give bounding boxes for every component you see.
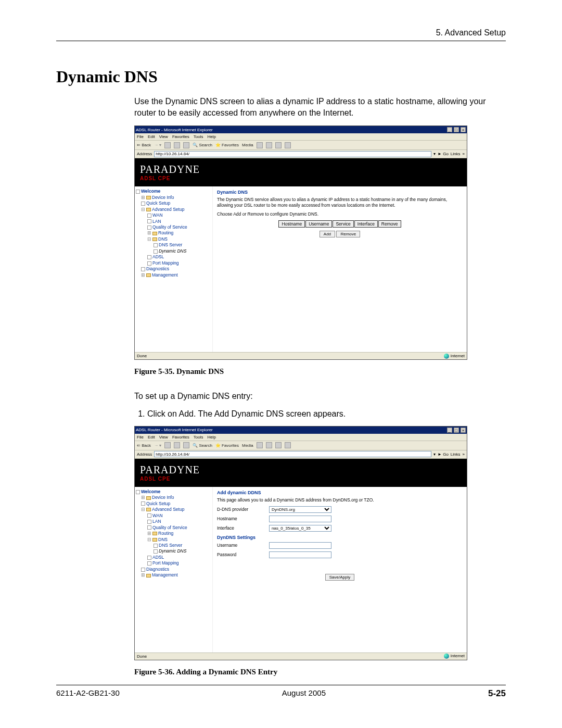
nav-quick-setup[interactable]: Quick Setup [136, 200, 211, 206]
favorites-button[interactable]: ⭐ Favorites [215, 443, 239, 448]
search-button[interactable]: 🔍 Search [193, 143, 212, 147]
nav-dns-server[interactable]: DNS Server [136, 543, 211, 548]
edit-icon[interactable] [285, 142, 291, 148]
nav-lan[interactable]: LAN [136, 219, 211, 224]
globe-icon [444, 654, 449, 659]
add-button[interactable]: Add [320, 231, 335, 237]
address-input[interactable] [154, 451, 431, 457]
nav-management[interactable]: ⊞Management [136, 272, 211, 278]
close-icon[interactable]: × [461, 127, 466, 132]
remove-button[interactable]: Remove [336, 231, 360, 237]
content-heading: Dynamic DNS [217, 190, 463, 195]
nav-dns-server[interactable]: DNS Server [136, 242, 211, 248]
intro-paragraph: Use the Dynamic DNS screen to alias a dy… [134, 96, 506, 118]
menu-tools[interactable]: Tools [194, 134, 203, 139]
menu-file[interactable]: File [137, 435, 144, 440]
nav-welcome[interactable]: Welcome [136, 189, 211, 194]
menu-favorites[interactable]: Favorites [172, 435, 189, 440]
content-desc-1: This page allows you to add a Dynamic DN… [217, 497, 463, 503]
username-input[interactable] [269, 542, 331, 549]
stop-icon[interactable] [164, 442, 171, 448]
password-input[interactable] [269, 551, 331, 558]
nav-port-mapping[interactable]: Port Mapping [136, 560, 211, 566]
nav-diagnostics[interactable]: Diagnostics [136, 567, 211, 572]
media-button[interactable]: Media [242, 443, 253, 448]
menu-edit[interactable]: Edit [148, 134, 155, 139]
minimize-icon[interactable]: _ [447, 127, 452, 132]
nav-advanced-setup[interactable]: ⊟Advanced Setup [136, 207, 211, 212]
page-number: 5-25 [488, 688, 506, 699]
history-icon[interactable] [257, 442, 263, 448]
nav-dynamic-dns[interactable]: Dynamic DNS [136, 248, 211, 254]
links-chevron-icon[interactable]: » [463, 452, 465, 457]
nav-wan[interactable]: WAN [136, 513, 211, 519]
nav-quick-setup[interactable]: Quick Setup [136, 501, 211, 507]
favorites-button[interactable]: ⭐ Favorites [215, 143, 239, 147]
menu-help[interactable]: Help [207, 134, 215, 139]
history-icon[interactable] [257, 142, 263, 148]
menu-favorites[interactable]: Favorites [172, 134, 189, 139]
nav-device-info[interactable]: ⊞Device Info [136, 495, 211, 500]
nav-device-info[interactable]: ⊞Device Info [136, 195, 211, 200]
dropdown-icon[interactable]: ▾ [433, 452, 436, 457]
nav-dns[interactable]: ⊟DNS [136, 236, 211, 242]
media-button[interactable]: Media [242, 143, 253, 147]
refresh-icon[interactable] [174, 442, 180, 448]
interface-select[interactable]: nas_0_35/atos_0_35 [269, 525, 331, 532]
nav-diagnostics[interactable]: Diagnostics [136, 266, 211, 272]
nav-qos[interactable]: Quality of Service [136, 224, 211, 230]
doc-date: August 2005 [282, 688, 326, 699]
print-icon[interactable] [275, 442, 282, 448]
hostname-input[interactable] [269, 516, 331, 522]
close-icon[interactable]: × [461, 428, 466, 433]
back-button[interactable]: ⇐ Back [137, 143, 151, 147]
home-icon[interactable] [183, 142, 189, 148]
dropdown-icon[interactable]: ▾ [433, 152, 436, 156]
nav-dynamic-dns[interactable]: Dynamic DNS [136, 548, 211, 554]
back-button[interactable]: ⇐ Back [137, 443, 151, 448]
menu-help[interactable]: Help [207, 435, 215, 440]
nav-port-mapping[interactable]: Port Mapping [136, 260, 211, 266]
mail-icon[interactable] [266, 142, 272, 148]
menu-edit[interactable]: Edit [148, 435, 155, 440]
address-bar: Address ▾ ► Go Links » [135, 150, 467, 158]
go-button[interactable]: ► Go [438, 152, 449, 156]
print-icon[interactable] [275, 142, 282, 148]
go-button[interactable]: ► Go [438, 452, 449, 457]
nav-welcome[interactable]: Welcome [136, 489, 211, 495]
nav-wan[interactable]: WAN [136, 212, 211, 218]
links-chevron-icon[interactable]: » [463, 152, 465, 156]
minimize-icon[interactable]: _ [447, 428, 452, 433]
menu-file[interactable]: File [137, 134, 144, 139]
refresh-icon[interactable] [174, 142, 180, 148]
menu-view[interactable]: View [159, 435, 168, 440]
section-title: Dynamic DNS [56, 67, 506, 86]
nav-management[interactable]: ⊞Management [136, 572, 211, 578]
home-icon[interactable] [183, 442, 189, 448]
maximize-icon[interactable]: □ [454, 127, 459, 132]
nav-routing[interactable]: ⊞Routing [136, 230, 211, 236]
menu-tools[interactable]: Tools [194, 435, 203, 440]
nav-adsl[interactable]: ADSL [136, 555, 211, 560]
save-apply-button[interactable]: Save/Apply [325, 574, 354, 581]
address-input[interactable] [154, 151, 431, 157]
nav-advanced-setup[interactable]: ⊟Advanced Setup [136, 507, 211, 512]
nav-dns[interactable]: ⊟DNS [136, 537, 211, 543]
stop-icon[interactable] [164, 142, 171, 148]
figure-5-36-screenshot: ADSL Router - Microsoft Internet Explore… [134, 426, 467, 660]
menu-view[interactable]: View [159, 134, 168, 139]
nav-adsl[interactable]: ADSL [136, 254, 211, 260]
mail-icon[interactable] [266, 442, 272, 448]
maximize-icon[interactable]: □ [454, 428, 459, 433]
running-header: 5. Advanced Setup [56, 28, 506, 41]
provider-select[interactable]: DynDNS.org [269, 506, 331, 513]
links-button[interactable]: Links [451, 452, 461, 457]
nav-lan[interactable]: LAN [136, 519, 211, 524]
links-button[interactable]: Links [451, 152, 461, 156]
search-button[interactable]: 🔍 Search [193, 443, 212, 448]
nav-qos[interactable]: Quality of Service [136, 525, 211, 531]
figure-5-35-screenshot: ADSL Router - Microsoft Internet Explore… [134, 125, 467, 360]
content-desc-2: Choose Add or Remove to configure Dynami… [217, 211, 463, 217]
nav-routing[interactable]: ⊞Routing [136, 531, 211, 536]
edit-icon[interactable] [285, 442, 291, 448]
